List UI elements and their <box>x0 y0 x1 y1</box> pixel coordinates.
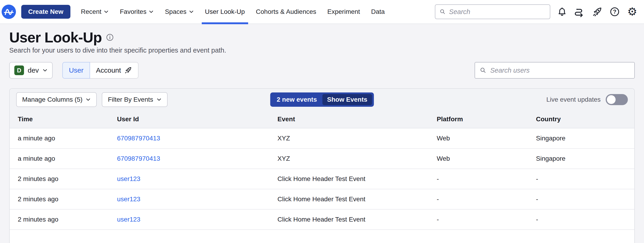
cell-time: a minute ago <box>18 155 117 162</box>
page-head: User Look-Up Search for your users to di… <box>0 24 644 54</box>
settings-gear-icon[interactable]: ⚙ <box>626 6 638 17</box>
user-search-input[interactable] <box>490 67 630 74</box>
table-row[interactable]: 2 minutes ago user123 Click Home Header … <box>10 210 634 230</box>
chevron-down-icon <box>42 68 48 73</box>
manage-columns-button[interactable]: Manage Columns (5) <box>16 92 97 107</box>
col-header-platform[interactable]: Platform <box>437 115 536 123</box>
info-icon[interactable] <box>106 33 114 41</box>
cell-event: XYZ <box>278 135 437 142</box>
chevron-down-icon <box>149 9 154 14</box>
cell-user-id-link[interactable]: user123 <box>117 196 278 203</box>
cell-time: 2 minutes ago <box>18 216 117 223</box>
notifications-icon[interactable] <box>556 6 568 17</box>
search-icon <box>480 67 486 74</box>
cell-user-id-link[interactable]: user123 <box>117 175 278 183</box>
live-updates-toggle[interactable] <box>606 94 628 105</box>
nav-label: Cohorts & Audiences <box>256 8 316 15</box>
cell-platform: - <box>437 216 536 223</box>
amplitude-logo-icon[interactable] <box>2 4 16 19</box>
global-search-input[interactable] <box>449 8 546 16</box>
controls-row: D dev User Account <box>0 62 644 79</box>
nav-label: Spaces <box>165 8 186 15</box>
cell-platform: Web <box>437 135 536 142</box>
nav-label: Data <box>371 8 385 15</box>
cell-platform: - <box>437 196 536 203</box>
cell-event: Click Home Header Test Event <box>278 216 437 223</box>
tab-user-label: User <box>69 66 83 74</box>
nav-item-cohorts-audiences[interactable]: Cohorts & Audiences <box>253 0 320 24</box>
new-events-pill[interactable]: 2 new events Show Events <box>270 92 374 107</box>
col-header-user-id[interactable]: User Id <box>117 115 278 123</box>
filter-by-events-button[interactable]: Filter By Events <box>102 92 167 107</box>
nav-item-spaces[interactable]: Spaces <box>162 0 197 24</box>
tab-user[interactable]: User <box>62 62 90 79</box>
col-header-event[interactable]: Event <box>278 115 437 123</box>
cell-event: Click Home Header Test Event <box>278 196 437 203</box>
top-header: Create New Recent Favorites Spaces User … <box>0 0 644 24</box>
cell-country: Singapore <box>536 155 634 162</box>
chevron-down-icon <box>189 9 194 14</box>
cell-time: 2 minutes ago <box>18 196 117 203</box>
chevron-down-icon <box>104 9 109 14</box>
nav-label: User Look-Up <box>205 8 245 15</box>
cell-user-id-link[interactable]: 670987970413 <box>117 155 278 162</box>
chevron-down-icon <box>86 97 91 102</box>
manage-columns-label: Manage Columns (5) <box>22 96 82 103</box>
nav-item-data[interactable]: Data <box>368 0 388 24</box>
cell-user-id-link[interactable]: 670987970413 <box>117 135 278 142</box>
cell-country: - <box>536 196 634 203</box>
main-nav: Recent Favorites Spaces User Look-Up Coh… <box>76 0 390 24</box>
create-new-button[interactable]: Create New <box>21 5 70 19</box>
card-toolbar: Manage Columns (5) Filter By Events 2 ne… <box>10 89 634 110</box>
nav-item-user-look-up[interactable]: User Look-Up <box>202 0 248 24</box>
chevron-down-icon <box>156 97 162 102</box>
rocket-icon[interactable] <box>591 6 603 17</box>
nav-label: Favorites <box>120 8 146 15</box>
cell-user-id-link[interactable]: user123 <box>117 216 278 223</box>
filter-by-events-label: Filter By Events <box>108 96 153 103</box>
cell-event: XYZ <box>278 155 437 162</box>
col-header-country[interactable]: Country <box>536 115 634 123</box>
events-card: Manage Columns (5) Filter By Events 2 ne… <box>9 88 635 243</box>
cell-time: 2 minutes ago <box>18 175 117 183</box>
cell-platform: Web <box>437 155 536 162</box>
page-subtitle: Search for your users to dive into their… <box>9 46 635 54</box>
table-row[interactable]: 2 minutes ago user123 Click Home Header … <box>10 169 634 189</box>
journeys-icon[interactable] <box>574 6 585 17</box>
tab-account-label: Account <box>96 66 121 74</box>
nav-item-recent[interactable]: Recent <box>78 0 112 24</box>
table-row[interactable]: 2 minutes ago user123 Click Home Header … <box>10 189 634 210</box>
toggle-knob <box>607 95 616 104</box>
global-search[interactable] <box>435 4 550 19</box>
search-icon <box>440 8 446 15</box>
project-badge: D <box>14 65 24 75</box>
cell-country: - <box>536 216 634 223</box>
project-selector[interactable]: D dev <box>9 62 53 79</box>
table-row[interactable]: a minute ago 670987970413 XYZ Web Singap… <box>10 128 634 149</box>
cell-platform: - <box>437 175 536 183</box>
rocket-icon <box>124 66 132 74</box>
cell-event: Click Home Header Test Event <box>278 175 437 183</box>
table-row[interactable]: a minute ago 670987970413 XYZ Web Singap… <box>10 149 634 169</box>
new-events-count: 2 new events <box>277 96 317 103</box>
user-search[interactable] <box>474 62 635 79</box>
nav-label: Experiment <box>327 8 360 15</box>
col-header-time[interactable]: Time <box>18 115 117 123</box>
nav-item-favorites[interactable]: Favorites <box>116 0 157 24</box>
live-updates-label: Live event updates <box>546 96 600 103</box>
svg-text:?: ? <box>613 8 616 15</box>
project-name: dev <box>28 66 39 74</box>
tab-account[interactable]: Account <box>90 62 138 79</box>
table-header-row: Time User Id Event Platform Country <box>10 110 634 128</box>
cell-time: a minute ago <box>18 135 117 142</box>
live-updates-group: Live event updates <box>546 94 628 105</box>
nav-item-experiment[interactable]: Experiment <box>324 0 363 24</box>
cell-country: - <box>536 175 634 183</box>
cell-country: Singapore <box>536 135 634 142</box>
entity-tabs: User Account <box>62 62 138 79</box>
nav-label: Recent <box>81 8 102 15</box>
page-title: User Look-Up <box>9 29 102 46</box>
show-events-button[interactable]: Show Events <box>322 94 372 105</box>
active-tab-underline <box>202 22 248 24</box>
help-icon[interactable]: ? <box>609 6 620 17</box>
